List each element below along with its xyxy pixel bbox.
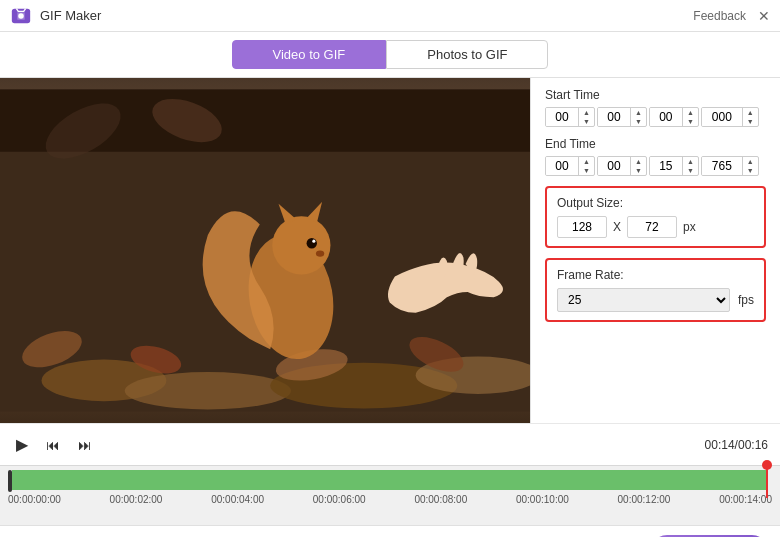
end-min-down[interactable]: ▼ (631, 166, 646, 175)
tl-label-0: 00:00:00:00 (8, 494, 61, 505)
start-hour-down[interactable]: ▼ (579, 117, 594, 126)
end-sec-up[interactable]: ▲ (683, 157, 698, 166)
tab-video-to-gif[interactable]: Video to GIF (232, 40, 387, 69)
end-time-seconds[interactable]: ▲ ▼ (649, 156, 699, 176)
end-min-input[interactable] (598, 157, 630, 175)
title-bar-left: GIF Maker (10, 5, 101, 27)
start-hour-input[interactable] (546, 108, 578, 126)
frame-rate-box: Frame Rate: 15 20 25 30 fps (545, 258, 766, 322)
tl-label-5: 00:00:10:00 (516, 494, 569, 505)
video-area (0, 78, 530, 423)
start-ms-down[interactable]: ▼ (743, 117, 758, 126)
svg-point-1 (18, 13, 24, 19)
start-time-hours[interactable]: ▲ ▼ (545, 107, 595, 127)
app-title: GIF Maker (40, 8, 101, 23)
svg-point-12 (272, 216, 330, 274)
output-size-label: Output Size: (557, 196, 754, 210)
timeline-area: 00:00:00:00 00:00:02:00 00:00:04:00 00:0… (0, 465, 780, 525)
end-ms-down[interactable]: ▼ (743, 166, 758, 175)
title-bar: GIF Maker Feedback ✕ (0, 0, 780, 32)
end-sec-down[interactable]: ▼ (683, 166, 698, 175)
close-button[interactable]: ✕ (758, 8, 770, 24)
end-hour-input[interactable] (546, 157, 578, 175)
end-time-ms[interactable]: ▲ ▼ (701, 156, 759, 176)
play-button[interactable]: ▶ (12, 433, 32, 456)
frame-rate-label: Frame Rate: (557, 268, 754, 282)
start-sec-down[interactable]: ▼ (683, 117, 698, 126)
end-hour-down[interactable]: ▼ (579, 166, 594, 175)
start-sec-up[interactable]: ▲ (683, 108, 698, 117)
app-icon (10, 5, 32, 27)
svg-point-16 (312, 240, 315, 243)
start-min-input[interactable] (598, 108, 630, 126)
timeline-position-marker (766, 464, 768, 498)
size-x-label: X (613, 220, 621, 234)
start-time-seconds[interactable]: ▲ ▼ (649, 107, 699, 127)
title-bar-right: Feedback ✕ (693, 8, 770, 24)
main-content: Start Time ▲ ▼ ▲ ▼ ▲ ▼ (0, 78, 780, 423)
output-size-box: Output Size: X px (545, 186, 766, 248)
output-size-row: X px (557, 216, 754, 238)
output-height-input[interactable] (627, 216, 677, 238)
feedback-link[interactable]: Feedback (693, 9, 746, 23)
fps-unit-label: fps (738, 293, 754, 307)
end-time-hours[interactable]: ▲ ▼ (545, 156, 595, 176)
start-ms-input[interactable] (702, 108, 742, 126)
frame-rate-row: 15 20 25 30 fps (557, 288, 754, 312)
controls-bar: ▶ ⏮ ⏭ 00:14/00:16 (0, 423, 780, 465)
tl-label-3: 00:00:06:00 (313, 494, 366, 505)
time-display: 00:14/00:16 (705, 438, 768, 452)
tl-label-6: 00:00:12:00 (618, 494, 671, 505)
svg-point-4 (125, 372, 291, 409)
svg-point-15 (307, 238, 317, 248)
tab-photos-to-gif[interactable]: Photos to GIF (386, 40, 548, 69)
bottom-bar: File Location: C:\Users\orbit\OneDrive\P… (0, 525, 780, 537)
end-time-inputs: ▲ ▼ ▲ ▼ ▲ ▼ ▲ (545, 156, 766, 176)
video-visual (0, 78, 530, 423)
end-hour-up[interactable]: ▲ (579, 157, 594, 166)
tl-label-7: 00:00:14:00 (719, 494, 772, 505)
start-min-down[interactable]: ▼ (631, 117, 646, 126)
tl-label-4: 00:00:08:00 (414, 494, 467, 505)
tl-label-1: 00:00:02:00 (110, 494, 163, 505)
tl-label-2: 00:00:04:00 (211, 494, 264, 505)
tab-bar: Video to GIF Photos to GIF (0, 32, 780, 78)
end-ms-up[interactable]: ▲ (743, 157, 758, 166)
end-time-label: End Time (545, 137, 766, 151)
start-time-inputs: ▲ ▼ ▲ ▼ ▲ ▼ ▲ (545, 107, 766, 127)
end-ms-input[interactable] (702, 157, 742, 175)
next-button[interactable]: ⏭ (74, 435, 96, 455)
timeline-track: 00:00:00:00 00:00:02:00 00:00:04:00 00:0… (0, 466, 780, 505)
timeline-green-bar[interactable] (12, 470, 768, 490)
start-hour-up[interactable]: ▲ (579, 108, 594, 117)
frame-rate-select[interactable]: 15 20 25 30 (557, 288, 730, 312)
prev-button[interactable]: ⏮ (42, 435, 64, 455)
timeline-marker-dot (762, 460, 772, 470)
end-min-up[interactable]: ▲ (631, 157, 646, 166)
end-time-minutes[interactable]: ▲ ▼ (597, 156, 647, 176)
start-time-minutes[interactable]: ▲ ▼ (597, 107, 647, 127)
size-unit-label: px (683, 220, 696, 234)
svg-point-17 (316, 251, 324, 257)
start-time-label: Start Time (545, 88, 766, 102)
output-width-input[interactable] (557, 216, 607, 238)
start-ms-up[interactable]: ▲ (743, 108, 758, 117)
start-time-ms[interactable]: ▲ ▼ (701, 107, 759, 127)
timeline-labels: 00:00:00:00 00:00:02:00 00:00:04:00 00:0… (8, 492, 772, 505)
video-frame (0, 78, 530, 423)
right-panel: Start Time ▲ ▼ ▲ ▼ ▲ ▼ (530, 78, 780, 423)
start-sec-input[interactable] (650, 108, 682, 126)
start-min-up[interactable]: ▲ (631, 108, 646, 117)
end-sec-input[interactable] (650, 157, 682, 175)
